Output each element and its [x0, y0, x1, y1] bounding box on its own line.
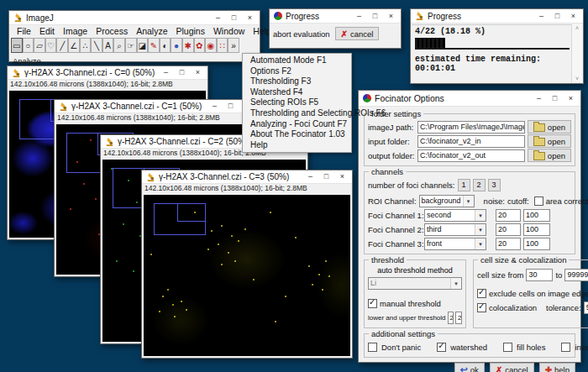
foci-channel-3-select[interactable]: front▾ [424, 238, 486, 250]
scrollbar[interactable]: ˄ ˅ [571, 24, 582, 82]
text-tool-icon[interactable]: A [102, 38, 114, 53]
cancel-button[interactable]: ✗cancel [490, 363, 534, 372]
zoom-tool-icon[interactable]: ⌕ [113, 38, 125, 53]
wand-tool-icon[interactable]: ╲ [91, 38, 102, 53]
menu-plugins[interactable]: Plugins [172, 26, 209, 36]
menu-item-about[interactable]: About The Focinator 1.03 [243, 129, 351, 140]
close-button[interactable]: × [334, 170, 350, 183]
hand-tool-icon[interactable]: ☞ [125, 38, 137, 53]
cell-size-from-field[interactable]: 30 [526, 269, 553, 281]
menu-item-automated-mode[interactable]: Automated Mode F1 [243, 55, 351, 66]
colocalization-checkbox[interactable] [477, 303, 486, 312]
close-button[interactable]: × [383, 10, 399, 23]
open-input-folder-button[interactable]: open [528, 134, 571, 148]
ok-button[interactable]: ↩ok [454, 363, 485, 372]
sync-windows-tool-icon[interactable]: ● [171, 38, 182, 53]
dropper-tool-icon[interactable]: ✎ [148, 38, 160, 53]
cell-size-to-field[interactable]: 99999 [564, 269, 588, 281]
menu-process[interactable]: Process [92, 26, 132, 36]
exclude-cells-checkbox[interactable] [477, 289, 486, 298]
more-tools-icon[interactable]: » [228, 38, 239, 53]
watershed-checkbox[interactable] [437, 343, 446, 352]
menu-item-thresholding[interactable]: Thresholding F3 [243, 76, 351, 87]
contrast-tool-icon[interactable]: ◐ [160, 38, 171, 53]
close-button[interactable]: × [563, 92, 579, 105]
foci-channel-1-select[interactable]: second▾ [424, 209, 486, 222]
menu-item-options[interactable]: Options F2 [243, 66, 351, 77]
auto-threshold-method-select[interactable]: Li▾ [368, 277, 462, 290]
oval-tool-icon[interactable]: ○ [23, 38, 34, 53]
maximize-button[interactable]: □ [174, 66, 190, 79]
menu-window[interactable]: Window [209, 26, 249, 36]
noise-2-field[interactable]: 20 [496, 223, 521, 236]
close-button[interactable]: × [190, 66, 206, 79]
roi-selection-inner[interactable] [177, 203, 206, 222]
minimize-button[interactable]: – [210, 12, 226, 24]
help-button[interactable]: ✚help [539, 363, 575, 372]
rectangle-tool-icon[interactable]: ▭ [11, 38, 23, 53]
point-tool-icon[interactable]: ∴ [80, 38, 92, 53]
area-correction-checkbox[interactable] [534, 196, 543, 206]
macro-blossom-tool-icon[interactable]: ✿ [194, 38, 206, 53]
line-tool-icon[interactable]: ╱ [56, 38, 68, 53]
menu-item-analyzing[interactable]: Analyzing - Foci Count F7 [243, 119, 351, 130]
maximize-button[interactable]: □ [223, 100, 239, 113]
macro-flower-tool-icon[interactable]: ✱ [182, 38, 194, 53]
menu-image[interactable]: Image [59, 26, 92, 36]
image-canvas-c3[interactable] [144, 195, 350, 356]
minimize-button[interactable]: – [533, 10, 549, 23]
output-folder-field[interactable]: C:\focinator_v2_out [417, 149, 525, 162]
menu-item-selecting-rois[interactable]: Selecting ROIs F5 [243, 97, 351, 108]
cutoff-3-field[interactable]: 100 [523, 238, 550, 250]
channel-count-3-button[interactable]: 3 [488, 179, 501, 191]
close-button[interactable]: × [242, 12, 258, 24]
input-folder-field[interactable]: C:\focinator_v2_in [417, 135, 525, 148]
channel-count-1-button[interactable]: 1 [458, 179, 470, 191]
minimize-button[interactable]: – [302, 170, 318, 183]
minimize-button[interactable]: – [351, 10, 367, 23]
open-imagej-path-button[interactable]: open [528, 120, 571, 134]
angle-tool-icon[interactable]: ∠ [68, 38, 80, 53]
cutoff-2-field[interactable]: 100 [523, 223, 550, 236]
menu-edit[interactable]: Edit [35, 26, 59, 36]
freehand-tool-icon[interactable]: ♡ [45, 38, 57, 53]
cancel-button[interactable]: ✗ cancel [335, 27, 380, 40]
roi-channel-select[interactable]: background▾ [419, 195, 475, 207]
macro-eye-tool-icon[interactable]: ◉ [205, 38, 217, 53]
lut-tool-icon[interactable]: ◪ [137, 38, 149, 53]
cutoff-1-field[interactable]: 100 [523, 209, 550, 222]
minimize-button[interactable]: – [207, 100, 223, 113]
maximize-button[interactable]: □ [549, 10, 565, 23]
scroll-down-icon[interactable]: ˅ [575, 76, 579, 81]
minimize-button[interactable]: – [158, 66, 174, 79]
dont-panic-checkbox[interactable] [368, 343, 377, 352]
menu-item-help[interactable]: Help [243, 140, 351, 151]
maximize-button[interactable]: □ [318, 170, 334, 183]
polygon-tool-icon[interactable]: ▱ [34, 38, 45, 53]
foci-channel-2-select[interactable]: third▾ [424, 223, 486, 236]
scroll-up-icon[interactable]: ˄ [575, 25, 579, 31]
upper-threshold-field[interactable]: 255 [455, 312, 462, 324]
manual-threshold-checkbox[interactable] [368, 299, 377, 308]
noise-1-field[interactable]: 20 [496, 209, 521, 222]
menu-item-thresholding-selecting[interactable]: Thresholding and Selecting ROIs F6 [243, 108, 351, 119]
menu-file[interactable]: File [13, 26, 35, 36]
channel-count-2-button[interactable]: 2 [473, 179, 486, 191]
tolerance-field[interactable]: 5 [584, 301, 588, 314]
menu-analyze[interactable]: Analyze [132, 26, 171, 36]
maximize-button[interactable]: □ [547, 92, 563, 105]
lower-threshold-field[interactable]: 25 [448, 312, 454, 324]
open-output-folder-button[interactable]: open [528, 149, 571, 162]
minimize-button[interactable]: – [531, 92, 547, 105]
abort-evaluation-label[interactable]: abort evaluation [273, 29, 330, 39]
macro-dots-tool-icon[interactable]: ∷ [217, 38, 228, 53]
invert-checkbox[interactable] [561, 343, 570, 352]
close-button[interactable]: × [565, 10, 581, 23]
imagej-path-field[interactable]: C:\Program Files\ImageJ\ImageJ.exe [417, 121, 525, 134]
help-cross-icon: ✚ [545, 365, 552, 372]
menu-item-watershed[interactable]: Watershed F4 [243, 87, 351, 98]
maximize-button[interactable]: □ [226, 12, 242, 24]
noise-3-field[interactable]: 20 [496, 238, 521, 250]
maximize-button[interactable]: □ [367, 10, 383, 23]
fill-holes-checkbox[interactable] [503, 343, 512, 352]
